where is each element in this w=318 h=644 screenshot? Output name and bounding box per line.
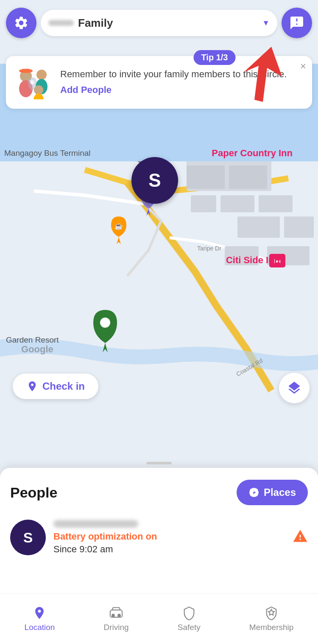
tip-add-people-link[interactable]: Add People <box>60 84 303 96</box>
layers-button[interactable] <box>279 373 310 403</box>
person-info: Battery optimization on Since 9:02 am <box>53 520 285 555</box>
checkin-button[interactable]: Check in <box>13 374 98 399</box>
tip-message: Remember to invite your family members t… <box>60 68 303 81</box>
map-label-citi: Citi Side Inn <box>226 255 280 266</box>
bottom-nav: Location Driving Safety Membership <box>0 593 318 644</box>
tip-container: Tip 1/3 × Rem <box>6 50 312 109</box>
nav-label-membership: Membership <box>249 623 294 632</box>
svg-point-26 <box>299 21 301 23</box>
svg-text:Taripe Dr: Taripe Dr <box>197 245 221 252</box>
map-label-paper: Paper Country Inn <box>212 148 293 159</box>
svg-point-35 <box>30 80 34 84</box>
people-header: People Places <box>10 468 308 514</box>
svg-point-43 <box>118 614 120 616</box>
nav-label-location: Location <box>25 623 55 632</box>
nav-label-driving: Driving <box>104 623 129 632</box>
nav-item-driving[interactable]: Driving <box>104 606 129 632</box>
svg-rect-30 <box>22 69 30 73</box>
message-button[interactable] <box>282 8 312 38</box>
places-button[interactable]: Places <box>237 480 308 505</box>
svg-rect-9 <box>284 217 314 238</box>
settings-button[interactable] <box>6 8 36 38</box>
gear-icon <box>14 15 29 31</box>
location-nav-icon <box>32 606 47 620</box>
person-since: Since 9:02 am <box>53 544 285 555</box>
checkin-icon <box>26 380 38 392</box>
warning-icon <box>293 529 308 547</box>
membership-nav-icon <box>264 606 279 620</box>
nav-label-safety: Safety <box>178 623 201 632</box>
person-row[interactable]: S Battery optimization on Since 9:02 am <box>10 514 308 561</box>
svg-point-34 <box>33 93 44 99</box>
circle-name-blur <box>48 20 74 26</box>
svg-point-31 <box>36 70 47 80</box>
driving-nav-icon <box>109 606 123 620</box>
tip-badge: Tip 1/3 <box>194 50 236 65</box>
layers-icon <box>287 380 302 396</box>
svg-rect-40 <box>254 493 258 496</box>
map-label-garden: Garden Resort <box>6 335 59 345</box>
tip-people-illustration <box>15 65 53 99</box>
person-avatar: S <box>10 520 46 555</box>
person-name <box>53 520 138 528</box>
nav-item-location[interactable]: Location <box>25 606 55 632</box>
svg-rect-5 <box>191 195 216 212</box>
places-label: Places <box>264 487 296 498</box>
circle-selector[interactable]: Family ▼ <box>41 10 277 36</box>
svg-point-24 <box>293 21 295 23</box>
svg-rect-4 <box>229 166 267 189</box>
map-label-google: Google <box>21 344 53 355</box>
people-title: People <box>10 484 57 501</box>
safety-nav-icon <box>182 606 196 620</box>
nav-item-membership[interactable]: Membership <box>249 606 294 632</box>
dropdown-arrow-icon: ▼ <box>262 19 270 28</box>
person-battery-status: Battery optimization on <box>53 531 285 542</box>
tip-close-button[interactable]: × <box>300 61 306 71</box>
message-icon <box>289 15 304 31</box>
places-icon <box>248 487 259 498</box>
svg-point-42 <box>112 614 114 616</box>
top-bar: Family ▼ <box>6 8 312 38</box>
nav-item-safety[interactable]: Safety <box>178 606 201 632</box>
svg-rect-3 <box>187 166 225 189</box>
svg-point-22 <box>100 318 110 328</box>
tip-card: × Remember to invite yo <box>6 56 312 109</box>
svg-rect-8 <box>237 217 280 238</box>
circle-name: Family <box>78 17 262 30</box>
drag-handle[interactable] <box>146 462 172 464</box>
checkin-label: Check in <box>42 380 85 392</box>
svg-rect-6 <box>220 195 254 212</box>
svg-rect-38 <box>254 489 258 492</box>
svg-rect-37 <box>250 489 254 492</box>
map-label-bus: Mangagoy Bus Terminal <box>4 149 90 158</box>
svg-point-25 <box>296 21 298 23</box>
svg-text:☕: ☕ <box>114 222 123 230</box>
user-map-marker[interactable]: S <box>131 157 178 204</box>
svg-rect-39 <box>250 493 254 496</box>
svg-rect-7 <box>259 195 293 212</box>
tip-text: Remember to invite your family members t… <box>60 65 303 96</box>
